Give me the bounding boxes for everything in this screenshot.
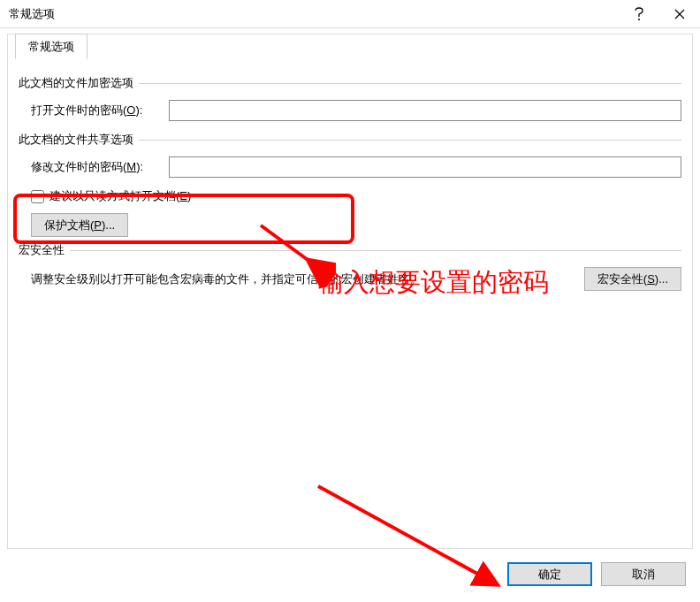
divider — [70, 250, 681, 251]
cancel-button[interactable]: 取消 — [601, 562, 686, 586]
ok-button[interactable]: 确定 — [507, 562, 592, 586]
tab-general-options[interactable]: 常规选项 — [15, 34, 88, 59]
cancel-button-label: 取消 — [632, 567, 655, 583]
group-encrypt: 此文档的文件加密选项 打开文件时的密码(O): — [19, 75, 681, 121]
group-encrypt-title: 此文档的文件加密选项 — [19, 75, 133, 91]
group-macro-title: 宏安全性 — [19, 242, 65, 258]
window-title: 常规选项 — [0, 6, 55, 22]
divider — [139, 140, 681, 141]
help-button[interactable] — [619, 0, 659, 28]
modify-password-label: 修改文件时的密码(M): — [19, 159, 169, 175]
readonly-recommend-label: 建议以只读方式打开文档(E) — [49, 188, 191, 204]
divider — [139, 83, 681, 84]
ok-button-label: 确定 — [538, 567, 561, 583]
modify-password-input[interactable] — [169, 156, 681, 178]
group-share-title: 此文档的文件共享选项 — [19, 132, 133, 148]
tab-strip — [8, 34, 692, 59]
tab-label: 常规选项 — [28, 39, 74, 55]
svg-point-0 — [638, 19, 640, 20]
titlebar: 常规选项 — [0, 0, 700, 28]
dialog-button-bar: 确定 取消 — [507, 562, 686, 586]
group-macro-security: 宏安全性 调整安全级别以打开可能包含宏病毒的文件，并指定可信任的宏创建者姓名。 … — [19, 242, 681, 291]
open-password-input[interactable] — [169, 100, 681, 121]
group-share: 此文档的文件共享选项 修改文件时的密码(M): 建议以只读方式打开文档(E) 保… — [19, 132, 681, 237]
macro-security-button[interactable]: 宏安全性(S)... — [584, 267, 681, 291]
protect-document-button[interactable]: 保护文档(P)... — [31, 213, 128, 237]
macro-security-desc: 调整安全级别以打开可能包含宏病毒的文件，并指定可信任的宏创建者姓名。 — [19, 271, 584, 287]
open-password-label: 打开文件时的密码(O): — [19, 103, 169, 118]
dialog-content: 此文档的文件加密选项 打开文件时的密码(O): 此文档的文件共享选项 修改文件时… — [8, 70, 692, 548]
close-button[interactable] — [659, 0, 700, 28]
readonly-recommend-checkbox[interactable] — [31, 190, 44, 203]
dialog-panel: 常规选项 此文档的文件加密选项 打开文件时的密码(O): 此文档的文件共享选项 — [7, 34, 693, 549]
